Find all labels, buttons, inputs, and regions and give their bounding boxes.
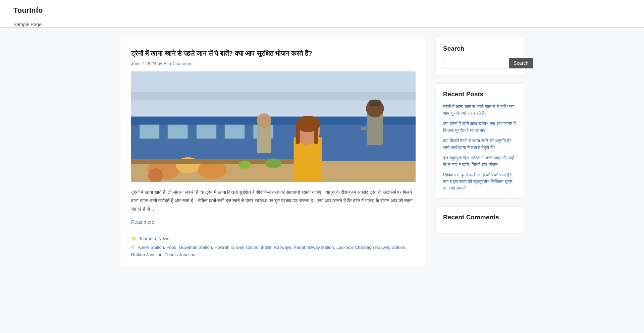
list-item: क्या दिल्ली मेट्रो में खाना खाने की अनुम… bbox=[443, 137, 516, 151]
article-title: ट्रेनों में खाना खाने से पहले जान लें ये… bbox=[131, 48, 416, 58]
svg-rect-25 bbox=[257, 125, 271, 153]
search-widget: Search Search bbox=[436, 38, 523, 75]
article-categories-line: 📁 Tour Info, News bbox=[131, 235, 416, 242]
site-title: TourInfo bbox=[13, 6, 43, 14]
svg-point-28 bbox=[239, 161, 251, 169]
svg-rect-18 bbox=[361, 127, 369, 130]
recent-posts-widget: Recent Posts ट्रेनों में खाना खाने से पह… bbox=[436, 84, 523, 199]
svg-point-27 bbox=[265, 158, 281, 168]
svg-rect-1 bbox=[131, 92, 416, 100]
article-tags-line: 🏷 Ajmer Station, Food, Guwahati Station,… bbox=[131, 244, 416, 259]
main-nav: Sample Page bbox=[13, 18, 631, 27]
list-item: क्या ट्रेनों में खाने वाला खाना? क्या आप… bbox=[443, 120, 516, 133]
recent-post-link-1[interactable]: क्या ट्रेनों में खाने वाला खाना? क्या आप… bbox=[443, 121, 516, 133]
page-wrapper: ट्रेनों में खाना खाने से पहले जान लें ये… bbox=[107, 28, 537, 277]
article-image-svg bbox=[131, 71, 416, 182]
tag-guwahati[interactable]: Guwahati Station bbox=[179, 245, 212, 250]
svg-point-26 bbox=[257, 113, 271, 128]
article-footer: 📁 Tour Info, News 🏷 Ajmer Station, Food,… bbox=[131, 231, 416, 259]
search-widget-title: Search bbox=[443, 45, 516, 52]
article-by: by bbox=[158, 61, 163, 66]
recent-comments-widget: Recent Comments bbox=[436, 207, 523, 233]
sidebar: Search Search Recent Posts ट्रेनों में ख… bbox=[436, 38, 523, 233]
site-header: TourInfo Sample Page bbox=[0, 0, 644, 27]
article-featured-image bbox=[131, 71, 416, 182]
tag-tundla[interactable]: Tundla Junction bbox=[165, 252, 195, 257]
article: ट्रेनों में खाना खाने से पहले जान लें ये… bbox=[131, 48, 416, 259]
svg-rect-4 bbox=[139, 125, 160, 139]
list-item: ट्रेनों में खाना खाने से पहले जान लें ये… bbox=[443, 103, 516, 116]
recent-post-link-4[interactable]: सिक्किम में घूमने वाली जगहें कौन कौन सी … bbox=[443, 172, 512, 190]
search-button[interactable]: Search bbox=[509, 58, 533, 68]
recent-posts-list: ट्रेनों में खाना खाने से पहले जान लें ये… bbox=[443, 103, 516, 191]
svg-rect-7 bbox=[225, 125, 245, 139]
recent-post-link-3[interactable]: इस खूबसूरत हिल-स्टेशन में जरूर जाएं और य… bbox=[443, 155, 514, 167]
tag-ajmer[interactable]: Ajmer Station bbox=[138, 245, 164, 250]
tag-lucknow[interactable]: Lucknow Charbagh Railway Station bbox=[336, 245, 405, 250]
svg-rect-17 bbox=[369, 100, 381, 106]
recent-comments-title: Recent Comments bbox=[443, 214, 516, 221]
article-excerpt: ट्रेनों में खाना खाते हैं, तो जानना जरूर… bbox=[131, 188, 416, 214]
svg-point-24 bbox=[301, 135, 311, 145]
read-more-link[interactable]: Read more bbox=[131, 219, 154, 225]
svg-rect-6 bbox=[196, 125, 217, 139]
article-image-wrap bbox=[131, 71, 416, 182]
site-title-link[interactable]: TourInfo bbox=[13, 8, 43, 14]
article-author-link[interactable]: Rita Chatterjee bbox=[163, 61, 193, 66]
article-meta: June 7, 2024 by Rita Chatterjee bbox=[131, 61, 416, 66]
search-form: Search bbox=[443, 58, 516, 68]
tag-indian-railways[interactable]: Indian Railways bbox=[261, 245, 291, 250]
tag-ratlam[interactable]: Ratlam Junction bbox=[131, 252, 162, 257]
category-icon: 📁 bbox=[131, 235, 137, 242]
nav-sample-page[interactable]: Sample Page bbox=[13, 22, 42, 27]
tag-icon: 🏷 bbox=[131, 244, 136, 251]
recent-post-link-2[interactable]: क्या दिल्ली मेट्रो में खाना खाने की अनुम… bbox=[443, 138, 512, 150]
article-date: June 7, 2024 bbox=[131, 61, 156, 66]
search-input[interactable] bbox=[443, 58, 509, 68]
category-tour-info[interactable]: Tour Info bbox=[139, 236, 156, 241]
list-item: सिक्किम में घूमने वाली जगहें कौन कौन सी … bbox=[443, 172, 516, 191]
tag-howrah[interactable]: Howrah railway station bbox=[214, 245, 258, 250]
tag-food[interactable]: Food bbox=[166, 245, 176, 250]
tag-karjat[interactable]: Karjat railway station bbox=[294, 245, 334, 250]
svg-rect-23 bbox=[314, 124, 318, 145]
recent-post-link-0[interactable]: ट्रेनों में खाना खाने से पहले जान लें ये… bbox=[443, 104, 515, 116]
main-content: ट्रेनों में खाना खाने से पहले जान लें ये… bbox=[121, 38, 426, 267]
category-news[interactable]: News bbox=[158, 236, 169, 241]
svg-rect-22 bbox=[296, 124, 300, 145]
list-item: इस खूबसूरत हिल-स्टेशन में जरूर जाएं और य… bbox=[443, 155, 516, 168]
recent-posts-title: Recent Posts bbox=[443, 91, 516, 98]
site-title-wrap: TourInfo bbox=[13, 0, 631, 18]
svg-rect-5 bbox=[168, 125, 188, 139]
